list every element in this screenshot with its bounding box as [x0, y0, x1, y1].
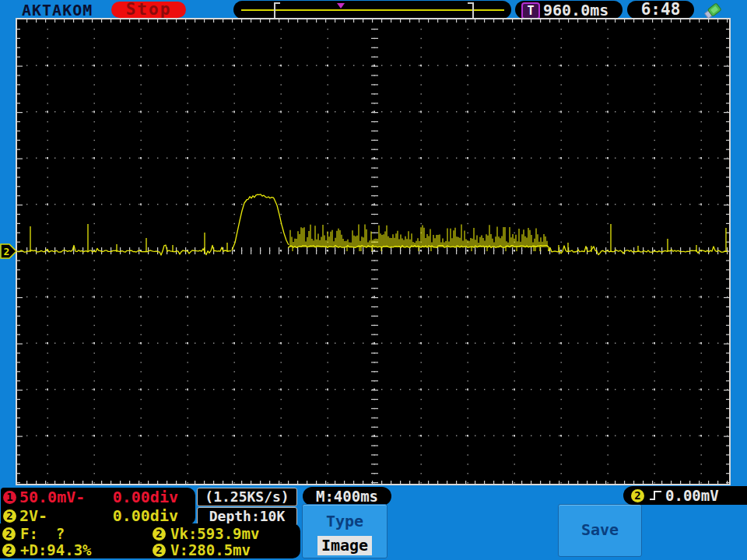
- channel1-readout: 1 50.0mV- 0.00div: [1, 488, 195, 506]
- channel2-position-marker: 2: [0, 243, 17, 259]
- trigger-position-slider: [233, 1, 511, 19]
- measurement-channel-badge: 2: [153, 544, 166, 557]
- channel2-position: 0.00div: [113, 506, 195, 525]
- measurements-panel: 2 F: ? 2 Vk:593.9mv 2 +D:94.3% 2 V:280.5…: [0, 523, 300, 558]
- measurement-text: +D:94.3%: [20, 541, 92, 558]
- trigger-marker-icon: [337, 3, 345, 9]
- top-status-bar: AKTAKOM Stop T 960.0ms 6:48: [0, 0, 747, 19]
- run-status-badge: Stop: [111, 2, 186, 18]
- waveform-canvas: [17, 19, 729, 484]
- clock-readout: 6:48: [627, 1, 694, 19]
- timebase-readout: M:400ms: [303, 487, 391, 506]
- channel2-scale: 2V-: [19, 506, 47, 525]
- measurement-channel-badge: 2: [2, 544, 16, 557]
- trigger-level-value: 0.00mV: [665, 487, 719, 504]
- brand-logo: AKTAKOM: [22, 1, 93, 19]
- sample-rate-readout: (1.25KS/s): [197, 488, 297, 506]
- measurement-vk: 2 Vk:593.9mv: [153, 525, 259, 542]
- channel2-badge: 2: [3, 509, 16, 523]
- channel2-readout: 2 2V- 0.00div: [1, 506, 195, 525]
- measurement-text: Vk:593.9mv: [170, 525, 259, 542]
- channel1-scale: 50.0mV-: [19, 488, 85, 506]
- window-right-bracket-icon: [468, 2, 474, 19]
- measurement-channel-badge: 2: [153, 527, 166, 541]
- measurement-voltage: 2 V:280.5mv: [153, 541, 251, 558]
- measurement-frequency: 2 F: ?: [2, 525, 65, 542]
- oscilloscope-screen: { "theme": { "bar_blue": "#0f82d8", "but…: [0, 0, 747, 560]
- svg-text:2: 2: [4, 246, 10, 257]
- trigger-delay-readout: T 960.0ms: [515, 1, 622, 19]
- measurement-text: F: ?: [20, 525, 65, 542]
- usb-drive-icon: [703, 2, 723, 19]
- channel1-badge: 1: [3, 491, 16, 504]
- measurement-text: V:280.5mv: [170, 541, 251, 558]
- rising-edge-icon: [649, 489, 663, 502]
- save-button[interactable]: Save: [558, 504, 642, 557]
- channel1-position: 0.00div: [113, 488, 195, 506]
- channel-readout-panel: 1 50.0mV- 0.00div 2 2V- 0.00div: [1, 488, 195, 525]
- trigger-level-readout: 2 0.00mV: [623, 486, 747, 505]
- trigger-t-icon: T: [521, 2, 540, 19]
- measurement-duty: 2 +D:94.3%: [2, 541, 92, 558]
- trigger-delay-value: 960.0ms: [543, 2, 608, 19]
- record-length-line: [241, 9, 504, 11]
- type-menu-button[interactable]: Type Image: [302, 504, 388, 558]
- measurement-channel-badge: 2: [2, 527, 16, 541]
- bottom-status-bar: 1 50.0mV- 0.00div 2 2V- 0.00div (1.25KS/…: [0, 487, 747, 560]
- type-menu-selected-value[interactable]: Image: [317, 536, 372, 555]
- window-left-bracket-icon: [274, 2, 280, 19]
- trigger-source-badge: 2: [631, 489, 644, 502]
- type-menu-label: Type: [303, 512, 387, 530]
